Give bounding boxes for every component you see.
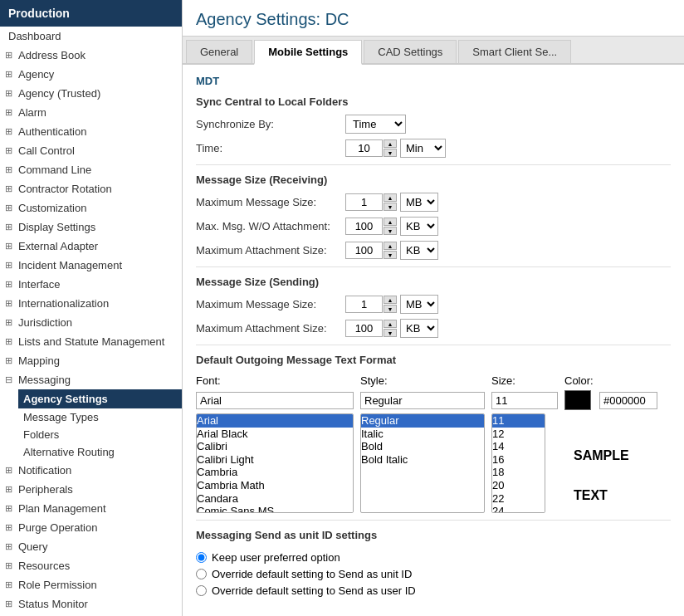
max-attach-receiving-spin-down[interactable]: ▼	[384, 251, 397, 259]
sidebar-item-agency-settings[interactable]: Agency Settings	[18, 389, 182, 408]
sidebar-item-jurisdiction[interactable]: ⊞ Jurisdiction	[0, 313, 182, 332]
font-style-input[interactable]	[360, 392, 485, 409]
sidebar-item-notification[interactable]: ⊞ Notification	[0, 461, 182, 480]
sidebar-item-contractor-rotation[interactable]: ⊞ Contractor Rotation	[0, 179, 182, 198]
color-hex-input[interactable]	[599, 392, 657, 409]
max-msg-spin-down[interactable]: ▼	[384, 203, 397, 211]
max-msg-wo-label: Max. Msg. W/O Attachment:	[196, 220, 345, 232]
sidebar-item-alternative-routing[interactable]: Alternative Routing	[18, 443, 182, 461]
expand-icon: ⊞	[5, 260, 15, 271]
msg-size-receiving-heading: Message Size (Receiving)	[196, 174, 671, 186]
content-area: MDT Sync Central to Local Folders Synchr…	[183, 65, 684, 616]
messaging-sub-items: Agency Settings Message Types Folders Al…	[0, 389, 182, 461]
sidebar-item-alarm[interactable]: ⊞ Alarm	[0, 103, 182, 122]
sidebar-item-resources[interactable]: ⊞ Resources	[0, 556, 182, 575]
max-attach-receiving-row: Maximum Attachment Size: ▲ ▼ KB MB GB	[196, 241, 671, 260]
time-label: Time:	[196, 142, 345, 154]
expand-icon: ⊞	[5, 355, 15, 366]
sidebar-item-lists-statute[interactable]: ⊞ Lists and Statute Management	[0, 332, 182, 351]
max-attach-sending-spinner: ▲ ▼ KB MB GB	[345, 319, 438, 338]
font-name-input[interactable]	[196, 392, 354, 409]
font-size-input[interactable]	[491, 392, 558, 409]
tab-mobile-settings[interactable]: Mobile Settings	[254, 40, 362, 65]
max-attach-sending-spin-up[interactable]: ▲	[384, 320, 397, 328]
max-msg-spin-up[interactable]: ▲	[384, 193, 397, 202]
sidebar-item-dashboard[interactable]: Dashboard	[0, 27, 182, 46]
sidebar-item-customization[interactable]: ⊞ Customization	[0, 198, 182, 218]
sidebar-item-display-settings[interactable]: ⊞ Display Settings	[0, 218, 182, 237]
sidebar-item-interface[interactable]: ⊞ Interface	[0, 275, 182, 294]
max-msg-wo-spin-up[interactable]: ▲	[384, 218, 397, 226]
sidebar-item-label: Query	[18, 540, 47, 553]
radio-override-unit-input[interactable]	[196, 569, 207, 579]
color-swatch[interactable]	[564, 390, 591, 410]
tab-cad-settings[interactable]: CAD Settings	[364, 40, 457, 63]
max-msg-sending-spin-down[interactable]: ▼	[384, 305, 397, 313]
max-attach-receiving-unit-select[interactable]: KB MB GB	[400, 241, 438, 260]
sidebar-item-label: Peripherals	[18, 483, 73, 496]
time-spin-up[interactable]: ▲	[384, 139, 397, 148]
sync-by-select[interactable]: Time Manual Size	[345, 115, 406, 134]
sidebar-item-address-book[interactable]: ⊞ Address Book	[0, 46, 182, 65]
max-attach-receiving-spin-up[interactable]: ▲	[384, 242, 397, 250]
max-attach-sending-input[interactable]	[345, 320, 383, 337]
sidebar-item-command-line[interactable]: ⊞ Command Line	[0, 160, 182, 179]
max-attach-receiving-label: Maximum Attachment Size:	[196, 244, 345, 257]
max-msg-wo-unit-select[interactable]: KB MB GB	[400, 217, 438, 236]
radio-override-user-input[interactable]	[196, 585, 207, 596]
size-listbox[interactable]: 11 12 14 16 18 20 22 24	[491, 413, 545, 513]
sidebar-item-agency[interactable]: ⊞ Agency	[0, 65, 182, 84]
expand-icon: ⊞	[5, 484, 15, 495]
sidebar-item-mapping[interactable]: ⊞ Mapping	[0, 351, 182, 370]
sidebar-item-messaging[interactable]: ⊟ Messaging	[0, 370, 182, 389]
sidebar-item-label: Plan Management	[18, 502, 106, 515]
time-unit-select[interactable]: Min Hour	[400, 139, 446, 158]
sidebar-item-authentication[interactable]: ⊞ Authentication	[0, 122, 182, 141]
divider-1	[196, 164, 671, 165]
sidebar-item-label: Role Permission	[18, 579, 97, 591]
sidebar-item-external-adapter[interactable]: ⊞ External Adapter	[0, 237, 182, 256]
radio-keep-preferred-input[interactable]	[196, 552, 207, 563]
sidebar-item-message-types[interactable]: Message Types	[18, 408, 182, 426]
sidebar-item-purge-operation[interactable]: ⊞ Purge Operation	[0, 518, 182, 537]
max-msg-unit-select[interactable]: MB KB GB	[400, 193, 438, 212]
sidebar-item-plan-management[interactable]: ⊞ Plan Management	[0, 499, 182, 518]
sidebar-item-status-monitor[interactable]: ⊞ Status Monitor	[0, 594, 182, 614]
sidebar-item-internationalization[interactable]: ⊞ Internationalization	[0, 294, 182, 313]
font-format-heading: Default Outgoing Message Text Format	[196, 354, 671, 366]
max-msg-spinner: ▲ ▼ MB KB GB	[345, 193, 438, 212]
sync-by-row: Synchronize By: Time Manual Size	[196, 115, 671, 134]
style-listbox[interactable]: Regular Italic Bold Bold Italic	[360, 413, 485, 513]
msg-size-sending-heading: Message Size (Sending)	[196, 276, 671, 288]
expand-icon: ⊞	[5, 336, 15, 347]
max-msg-sending-unit-select[interactable]: MB KB GB	[400, 295, 438, 314]
tab-general[interactable]: General	[186, 40, 252, 63]
time-input[interactable]	[345, 139, 383, 157]
radio-override-user-label: Override default setting to Send as user…	[212, 584, 416, 597]
max-msg-wo-input[interactable]	[345, 218, 383, 235]
sidebar-item-label: Internationalization	[18, 297, 109, 310]
max-attach-sending-unit-select[interactable]: KB MB GB	[400, 319, 438, 338]
tab-smart-client[interactable]: Smart Client Se...	[458, 40, 571, 63]
sidebar-item-agency-trusted[interactable]: ⊞ Agency (Trusted)	[0, 84, 182, 103]
expand-icon: ⊞	[5, 465, 15, 476]
sidebar-item-incident-management[interactable]: ⊞ Incident Management	[0, 256, 182, 275]
sidebar-item-folders[interactable]: Folders	[18, 426, 182, 443]
main-content: Agency Settings: DC General Mobile Setti…	[183, 0, 684, 616]
sidebar-item-call-control[interactable]: ⊞ Call Control	[0, 141, 182, 160]
max-msg-input[interactable]	[345, 193, 383, 211]
divider-2	[196, 266, 671, 267]
sidebar-item-peripherals[interactable]: ⊞ Peripherals	[0, 480, 182, 499]
sample-text-area: SAMPLE TEXT	[565, 413, 629, 513]
font-listbox[interactable]: Arial Arial Black Calibri Calibri Light …	[196, 413, 354, 513]
max-msg-sending-spin: ▲ ▼	[384, 296, 397, 313]
max-msg-wo-spin-down[interactable]: ▼	[384, 227, 397, 235]
max-attach-sending-spin-down[interactable]: ▼	[384, 329, 397, 337]
max-msg-sending-spin-up[interactable]: ▲	[384, 296, 397, 304]
max-attach-receiving-input[interactable]	[345, 242, 383, 259]
font-listboxes: Arial Arial Black Calibri Calibri Light …	[196, 413, 671, 513]
sidebar-item-role-permission[interactable]: ⊞ Role Permission	[0, 575, 182, 594]
max-msg-sending-input[interactable]	[345, 296, 383, 313]
sidebar-item-query[interactable]: ⊞ Query	[0, 537, 182, 556]
time-spin-down[interactable]: ▼	[384, 149, 397, 157]
